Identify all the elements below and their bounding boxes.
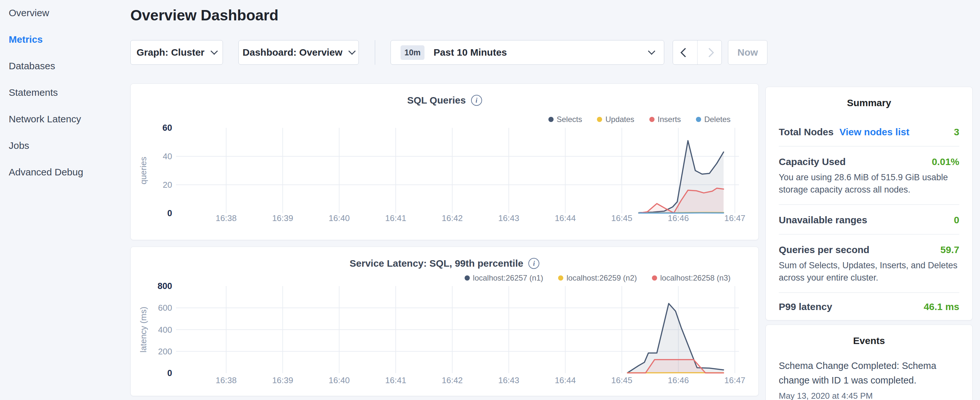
divider (779, 146, 959, 147)
page-title: Overview Dashboard (130, 6, 278, 24)
summary-value: 0 (954, 215, 959, 226)
summary-title: Summary (779, 97, 959, 108)
y-tick-label: 600 (158, 303, 172, 312)
summary-row-total-nodes: Total Nodes View nodes list 3 (779, 126, 959, 137)
x-tick-label: 16:46 (668, 375, 689, 385)
summary-value: 0.01% (932, 156, 959, 167)
y-tick-label: 800 (158, 281, 172, 291)
x-tick-label: 16:47 (724, 375, 745, 385)
dashboard-selector-dropdown[interactable]: Dashboard: Overview (239, 40, 359, 65)
y-tick-label: 40 (163, 151, 172, 161)
summary-panel: Summary Total Nodes View nodes list 3 Ca… (765, 87, 972, 320)
x-tick-label: 16:46 (668, 213, 689, 223)
sql-queries-plot[interactable]: 16:3816:3916:4016:4116:4216:4316:4416:45… (131, 84, 758, 240)
x-tick-label: 16:41 (385, 375, 406, 385)
sql-queries-chart-card: SQL Queries i Selects Updates Inserts De… (130, 83, 759, 240)
sidebar-item-network-latency[interactable]: Network Latency (9, 114, 129, 124)
time-window-badge: 10m (401, 45, 425, 60)
x-tick-label: 16:45 (611, 375, 632, 385)
summary-label: Total Nodes (779, 126, 834, 137)
events-panel: Events Schema Change Completed: Schema c… (765, 325, 972, 400)
event-entry-timestamp: May 13, 2020 at 4:45 PM (779, 391, 959, 400)
time-pager (673, 40, 722, 65)
sidebar-item-advanced-debug[interactable]: Advanced Debug (9, 167, 129, 177)
view-nodes-list-link[interactable]: View nodes list (839, 126, 909, 137)
summary-label: P99 latency (779, 301, 832, 312)
x-tick-label: 16:40 (329, 213, 350, 223)
event-entry-text: Schema Change Completed: Schema change w… (779, 359, 959, 388)
dashboard-selector-label: Dashboard: Overview (243, 47, 342, 58)
sidebar-item-statements[interactable]: Statements (9, 88, 129, 98)
x-tick-label: 16:42 (442, 375, 463, 385)
x-tick-label: 16:41 (385, 213, 406, 223)
summary-label: Queries per second (779, 244, 869, 255)
graph-selector-label: Graph: Cluster (137, 47, 204, 58)
x-tick-label: 16:43 (498, 213, 519, 223)
summary-label: Unavailable ranges (779, 215, 867, 226)
chevron-left-icon (680, 48, 690, 57)
y-axis-label: latency (ms) (138, 307, 148, 353)
y-tick-label: 60 (162, 123, 172, 133)
x-tick-label: 16:44 (555, 375, 576, 385)
x-tick-label: 16:38 (215, 375, 237, 385)
summary-label: Capacity Used (779, 156, 846, 167)
divider (779, 292, 959, 293)
x-tick-label: 16:44 (555, 213, 576, 223)
summary-subtext: You are using 28.6 MiB of 515.9 GiB usab… (779, 171, 959, 196)
chevron-down-icon (348, 48, 356, 55)
y-tick-label: 0 (167, 368, 172, 378)
x-tick-label: 16:47 (724, 213, 745, 223)
sidebar: Overview Metrics Databases Statements Ne… (0, 0, 129, 400)
x-tick-label: 16:43 (498, 375, 519, 385)
events-title: Events (779, 335, 959, 346)
divider (779, 204, 959, 205)
x-tick-label: 16:39 (272, 213, 293, 223)
x-tick-label: 16:38 (215, 213, 237, 223)
summary-value: 46.1 ms (924, 301, 959, 312)
x-tick-label: 16:40 (329, 375, 350, 385)
summary-value: 3 (954, 126, 959, 137)
y-axis-label: queries (138, 157, 148, 184)
sidebar-item-metrics[interactable]: Metrics (9, 34, 129, 45)
now-button[interactable]: Now (728, 40, 767, 65)
summary-subtext: Sum of Selects, Updates, Inserts, and De… (779, 259, 959, 284)
x-tick-label: 16:45 (611, 213, 632, 223)
y-tick-label: 200 (158, 347, 172, 356)
graph-selector-dropdown[interactable]: Graph: Cluster (130, 40, 223, 65)
next-timespan-button[interactable] (697, 40, 722, 64)
summary-row-unavailable-ranges: Unavailable ranges 0 (779, 215, 959, 226)
summary-value: 59.7 (940, 244, 959, 255)
sidebar-item-databases[interactable]: Databases (9, 61, 129, 71)
summary-row-capacity-used: Capacity Used 0.01% (779, 156, 959, 167)
x-tick-label: 16:39 (272, 375, 293, 385)
service-latency-plot[interactable]: 16:3816:3916:4016:4116:4216:4316:4416:45… (131, 247, 758, 396)
time-window-dropdown[interactable]: 10m Past 10 Minutes (390, 40, 664, 65)
y-tick-label: 20 (163, 180, 172, 190)
sidebar-item-jobs[interactable]: Jobs (9, 140, 129, 151)
x-tick-label: 16:42 (442, 213, 463, 223)
service-latency-chart-card: Service Latency: SQL, 99th percentile i … (130, 247, 759, 396)
previous-timespan-button[interactable] (673, 40, 697, 64)
summary-row-queries-per-second: Queries per second 59.7 (779, 244, 959, 255)
time-window-label: Past 10 Minutes (434, 47, 507, 58)
chevron-down-icon (648, 48, 655, 55)
chevron-down-icon (211, 48, 218, 55)
divider (779, 234, 959, 234)
y-tick-label: 0 (167, 209, 172, 218)
y-tick-label: 400 (158, 325, 172, 335)
sidebar-item-overview[interactable]: Overview (9, 8, 129, 18)
chevron-right-icon (705, 48, 714, 57)
controls-divider (375, 40, 375, 65)
summary-row-p99-latency: P99 latency 46.1 ms (779, 301, 959, 312)
